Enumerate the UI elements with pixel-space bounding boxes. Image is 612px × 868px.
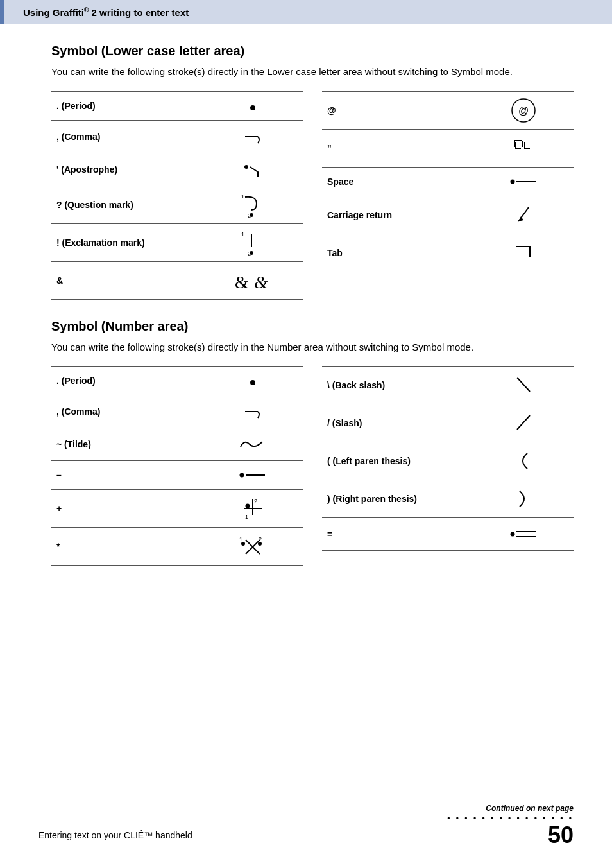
section2-left-col: . (Period) , (Comma) — [51, 366, 303, 566]
row-label: Carriage return — [322, 196, 473, 234]
page-content: Symbol (Lower case letter area) You can … — [0, 24, 612, 623]
at-stroke: @ — [509, 96, 538, 125]
section2-right-col: \ (Back slash) / (Slash) — [322, 366, 574, 566]
svg-marker-17 — [518, 216, 523, 221]
table-row: ) (Right paren thesis) — [322, 480, 574, 518]
period-stroke — [243, 96, 262, 116]
dash-stroke — [237, 465, 269, 485]
svg-text:@: @ — [518, 105, 528, 116]
period-stroke2 — [243, 371, 262, 390]
footer-left-text: Entering text on your CLIÉ™ handheld — [38, 830, 192, 840]
dquote-stroke — [509, 134, 538, 162]
section1-table-wrapper: . (Period) , (Comma) — [51, 91, 574, 300]
svg-point-22 — [245, 504, 250, 508]
row-label: / (Slash) — [322, 404, 473, 442]
glyph-cell: & & — [202, 261, 303, 299]
svg-text:1: 1 — [239, 536, 242, 542]
glyph-cell — [473, 480, 574, 518]
table-row: ' (Apostrophe) — [51, 153, 303, 186]
glyph-cell — [202, 91, 303, 120]
table-row: , (Comma) — [51, 120, 303, 153]
table-row: ? (Question mark) 1 2 — [51, 186, 303, 223]
svg-point-0 — [250, 105, 255, 110]
continued-text: Continued on next page — [486, 804, 574, 813]
glyph-cell: 1 2 — [202, 223, 303, 261]
glyph-cell — [473, 167, 574, 196]
svg-line-34 — [517, 415, 530, 430]
footer: Entering text on your CLIÉ™ handheld 50 — [0, 815, 612, 855]
svg-text:&: & — [235, 272, 249, 292]
glyph-cell: 2 1 — [202, 490, 303, 528]
svg-point-9 — [250, 251, 253, 255]
table-row: . (Period) — [51, 91, 303, 120]
glyph-cell: @ — [473, 91, 574, 129]
table-row: ! (Exclamation mark) 1 2 — [51, 223, 303, 261]
tilde-stroke — [237, 433, 269, 456]
table-row: & & & — [51, 261, 303, 299]
svg-text:1: 1 — [241, 231, 244, 238]
row-label: + — [51, 490, 202, 528]
table-row: @ @ — [322, 91, 574, 129]
svg-point-28 — [241, 542, 245, 546]
row-label: , (Comma) — [51, 120, 202, 153]
glyph-cell — [473, 129, 574, 167]
row-label: = — [322, 518, 473, 551]
section1-title: Symbol (Lower case letter area) — [51, 44, 574, 58]
section1-desc: You can write the following stroke(s) di… — [51, 65, 574, 80]
glyph-cell — [202, 395, 303, 428]
section2-left-table: . (Period) , (Comma) — [51, 366, 303, 566]
star-stroke: 1 2 — [237, 532, 269, 560]
svg-point-18 — [250, 380, 255, 385]
table-row: . (Period) — [51, 367, 303, 395]
row-label: ' (Apostrophe) — [51, 153, 202, 186]
table-row: Tab — [322, 234, 574, 272]
section1-right-col: @ @ " — [322, 91, 574, 300]
comma-stroke2 — [240, 400, 266, 423]
lparen-stroke — [509, 447, 538, 475]
glyph-cell — [202, 153, 303, 186]
table-row: Carriage return — [322, 196, 574, 234]
section2-desc: You can write the following stroke(s) di… — [51, 340, 574, 355]
glyph-cell — [473, 518, 574, 551]
equals-stroke — [507, 523, 540, 546]
svg-line-33 — [517, 378, 530, 392]
comma-stroke — [240, 125, 266, 148]
header-title: Using Graffiti® 2 writing to enter text — [23, 6, 189, 18]
table-row: Space — [322, 167, 574, 196]
row-label: " — [322, 129, 473, 167]
table-row: ~ (Tilde) — [51, 428, 303, 461]
apostrophe-stroke — [240, 158, 266, 181]
page-number: 50 — [548, 822, 574, 849]
glyph-cell — [473, 234, 574, 272]
row-label: * — [51, 528, 202, 566]
row-label: Space — [322, 167, 473, 196]
row-label: ~ (Tilde) — [51, 428, 202, 461]
table-row: ( (Left paren thesis) — [322, 442, 574, 480]
svg-text:1: 1 — [245, 514, 248, 520]
registered-superscript: ® — [84, 6, 89, 13]
row-label: ? (Question mark) — [51, 186, 202, 223]
section1-right-table: @ @ " — [322, 91, 574, 272]
glyph-cell — [473, 196, 574, 234]
space-stroke — [507, 172, 540, 191]
svg-text:1: 1 — [241, 193, 244, 200]
slash-stroke — [509, 409, 538, 437]
section1-left-table: . (Period) , (Comma) — [51, 91, 303, 300]
ampersand-stroke: & & — [234, 266, 272, 295]
svg-point-35 — [510, 532, 514, 537]
tab-stroke — [509, 239, 538, 267]
table-row: * 1 2 — [51, 528, 303, 566]
row-label: & — [51, 261, 202, 299]
row-label: . (Period) — [51, 91, 202, 120]
section1-left-col: . (Period) , (Comma) — [51, 91, 303, 300]
svg-point-2 — [244, 165, 248, 169]
table-row: + 2 1 — [51, 490, 303, 528]
table-row: , (Comma) — [51, 395, 303, 428]
row-label: ( (Left paren thesis) — [322, 442, 473, 480]
glyph-cell — [473, 404, 574, 442]
exclamation-stroke: 1 2 — [239, 229, 267, 257]
svg-point-5 — [250, 213, 253, 217]
svg-point-31 — [258, 542, 262, 546]
row-label: ! (Exclamation mark) — [51, 223, 202, 261]
header-bar: Using Graffiti® 2 writing to enter text — [0, 0, 612, 24]
